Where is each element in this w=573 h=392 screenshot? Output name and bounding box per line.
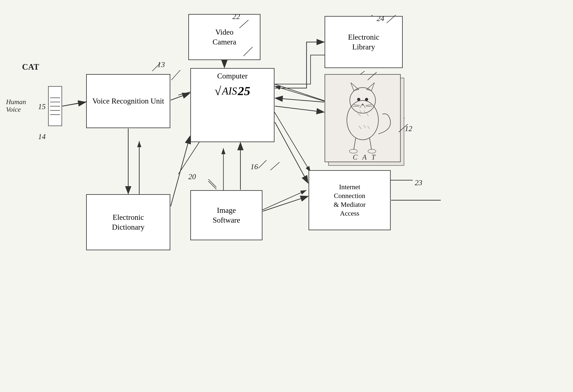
mic-lines	[49, 98, 61, 115]
electronic-dictionary-label: ElectronicDictionary	[112, 212, 145, 232]
electronic-library-label: ElectronicLibrary	[348, 32, 379, 52]
internet-connection-label: InternetConnection& MediatorAccess	[334, 183, 366, 218]
electronic-library-box: ElectronicLibrary	[324, 16, 403, 68]
svg-line-18	[208, 179, 216, 187]
video-camera-label: VideoCamera	[213, 27, 236, 47]
svg-line-19	[258, 160, 267, 168]
number-20: 20	[188, 172, 196, 181]
svg-line-46	[364, 125, 366, 128]
arrows-svg	[0, 0, 573, 392]
svg-line-11	[274, 112, 311, 172]
cat-image-box: C A T	[324, 74, 401, 162]
number-16: 16	[251, 162, 258, 171]
microphone-box	[48, 86, 62, 126]
number-23: 23	[415, 178, 422, 187]
cat-label: CAT	[22, 62, 39, 72]
image-software-label: ImageSoftware	[213, 205, 240, 225]
number-13: 13	[157, 60, 165, 69]
number-15: 15	[38, 102, 46, 111]
voice-recognition-box: Voice Recognition Unit	[86, 74, 170, 128]
svg-point-29	[357, 98, 360, 101]
number-24: 24	[377, 14, 384, 23]
svg-line-37	[369, 138, 372, 150]
svg-marker-31	[361, 103, 364, 105]
svg-line-34	[366, 105, 372, 105]
computer-box: Computer √AIS 25	[190, 68, 274, 142]
video-camera-box: VideoCamera	[188, 14, 260, 60]
svg-text:C A T: C A T	[353, 153, 377, 161]
diagram: CAT HumanVoice 15 14 Voice Recognition U…	[0, 0, 573, 392]
electronic-dictionary-box: ElectronicDictionary	[86, 194, 170, 250]
svg-line-47	[368, 126, 370, 129]
computer-label: Computer	[217, 71, 248, 81]
computer-formula: √AIS 25	[215, 83, 250, 99]
svg-line-44	[367, 113, 369, 116]
svg-line-32	[354, 105, 360, 105]
voice-recognition-label: Voice Recognition Unit	[92, 96, 164, 106]
svg-marker-28	[367, 83, 375, 90]
cat-svg: C A T	[325, 75, 400, 162]
internet-connection-box: InternetConnection& MediatorAccess	[308, 170, 391, 230]
image-software-box: ImageSoftware	[190, 190, 262, 240]
number-22: 22	[233, 12, 240, 21]
svg-point-30	[365, 98, 368, 101]
svg-point-38	[349, 149, 357, 153]
number-12: 12	[405, 124, 412, 133]
svg-line-43	[358, 113, 361, 116]
human-voice-label: HumanVoice	[6, 98, 26, 113]
svg-line-36	[354, 138, 356, 150]
svg-point-39	[368, 149, 376, 153]
svg-line-45	[359, 126, 362, 129]
number-14: 14	[38, 132, 46, 141]
svg-marker-27	[351, 83, 359, 90]
